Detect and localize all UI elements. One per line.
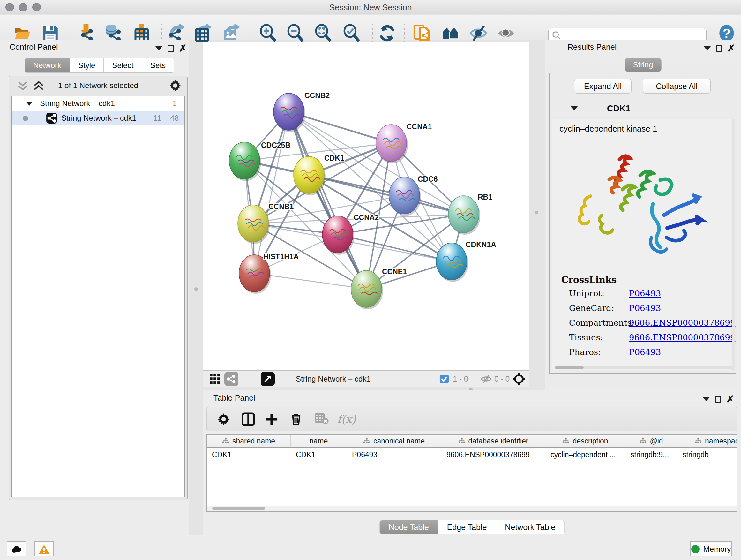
column-header-name[interactable]: name xyxy=(291,435,347,447)
results-hscrollbar[interactable] xyxy=(555,366,734,369)
detach-view-icon[interactable] xyxy=(261,372,275,386)
export-network-icon[interactable] xyxy=(167,24,185,42)
tab-style[interactable]: Style xyxy=(70,58,104,72)
table-cell[interactable]: stringdb xyxy=(677,448,737,462)
add-column-icon[interactable] xyxy=(265,413,279,426)
table-panel-float-icon[interactable] xyxy=(715,396,721,403)
network-collection-row[interactable]: String Network – cdk1 1 xyxy=(12,96,185,111)
save-session-icon[interactable] xyxy=(42,24,59,42)
collection-expand-icon[interactable] xyxy=(26,102,33,106)
network-canvas[interactable]: CCNB2CCNA1CDC25BCDK1CDC6RB1CCNB1CCNA2CDK… xyxy=(203,43,529,370)
table-cell[interactable]: stringdb:9... xyxy=(625,448,677,462)
copy-network-icon[interactable] xyxy=(413,24,431,42)
export-image-icon[interactable] xyxy=(222,24,240,42)
table-cell[interactable]: 9606.ENSP00000378699 xyxy=(441,448,545,462)
results-panel-menu-icon[interactable] xyxy=(704,46,711,51)
table-row[interactable]: CDK1CDK1P064939606.ENSP00000378699cyclin… xyxy=(207,448,737,462)
tab-sets[interactable]: Sets xyxy=(142,58,174,72)
tab-string[interactable]: String xyxy=(625,58,662,71)
delete-column-icon[interactable] xyxy=(289,413,303,426)
cloud-status-button[interactable] xyxy=(7,542,26,557)
table-options-gear-icon[interactable] xyxy=(217,413,230,426)
network-tree: String Network – cdk1 1 String Network –… xyxy=(11,96,185,497)
crosslink-link[interactable]: 9606.ENSP00000378699 xyxy=(629,333,735,342)
import-network-from-database-icon[interactable] xyxy=(104,24,122,42)
node-table[interactable]: shared namenamecanonical namedatabase id… xyxy=(206,434,737,512)
node-CCNB2[interactable] xyxy=(273,93,304,130)
zoom-out-icon[interactable] xyxy=(286,24,305,42)
table-tabs: Node TableEdge TableNetwork Table xyxy=(380,520,565,534)
table-hscrollbar[interactable] xyxy=(207,506,737,510)
zoom-selected-icon[interactable] xyxy=(343,24,360,42)
node-CDK1[interactable] xyxy=(293,157,324,193)
zoom-fit-icon[interactable] xyxy=(314,24,332,42)
network-row[interactable]: String Network – cdk1 11 48 xyxy=(12,111,185,125)
table-panel-close-icon[interactable]: ✗ xyxy=(726,395,734,404)
column-header-shared-name[interactable]: shared name xyxy=(207,435,291,447)
export-table-icon[interactable] xyxy=(194,24,212,42)
help-icon[interactable]: ? xyxy=(718,24,736,42)
table-cell[interactable]: cyclin–dependent ... xyxy=(545,448,625,462)
import-network-icon[interactable] xyxy=(77,24,95,42)
table-cell[interactable]: CDK1 xyxy=(207,448,291,462)
results-panel-close-icon[interactable]: ✗ xyxy=(727,44,735,53)
control-panel-float-icon[interactable] xyxy=(167,45,174,52)
control-panel-close-icon[interactable]: ✗ xyxy=(179,44,187,53)
memory-button[interactable]: Memory xyxy=(690,542,732,557)
node-CDC25B[interactable] xyxy=(229,142,260,179)
edge-HIST1H1A-CCNE1[interactable] xyxy=(254,273,366,289)
node-CCNA1[interactable] xyxy=(376,125,407,162)
apply-layout-icon[interactable] xyxy=(378,24,396,42)
home-icon[interactable] xyxy=(442,24,460,42)
results-vscrollbar[interactable] xyxy=(732,119,735,370)
network-view-icon[interactable] xyxy=(224,372,239,386)
expand-all-button[interactable]: Expand All xyxy=(574,79,631,94)
results-panel-float-icon[interactable] xyxy=(716,45,722,52)
crosslink-link[interactable]: P06493 xyxy=(629,348,661,357)
collapse-all-button[interactable]: Collapse All xyxy=(643,79,711,94)
grid-view-icon[interactable] xyxy=(209,373,221,385)
column-header--id[interactable]: @id xyxy=(625,435,677,447)
column-header-description[interactable]: description xyxy=(545,435,625,447)
tab-network-table[interactable]: Network Table xyxy=(496,520,564,534)
search-input[interactable] xyxy=(563,29,704,41)
selected-checkbox-icon[interactable] xyxy=(440,374,449,384)
network-options-gear-icon[interactable] xyxy=(169,79,182,92)
node-CCNE1[interactable] xyxy=(351,270,382,307)
tab-node-table[interactable]: Node Table xyxy=(380,520,438,534)
edge-CCNA2-CDKN1A[interactable] xyxy=(338,234,452,261)
open-session-icon[interactable] xyxy=(13,24,31,42)
crosslink-link[interactable]: 9606.ENSP00000378699 xyxy=(629,318,735,327)
zoom-in-icon[interactable] xyxy=(259,24,277,42)
column-header-canonical-name[interactable]: canonical name xyxy=(347,435,441,447)
network-graph[interactable]: CCNB2CCNA1CDC25BCDK1CDC6RB1CCNB1CCNA2CDK… xyxy=(203,43,529,370)
control-panel-menu-icon[interactable] xyxy=(155,46,162,51)
show-all-eye-icon[interactable] xyxy=(497,24,515,42)
node-CDC6[interactable] xyxy=(389,177,420,214)
tab-select[interactable]: Select xyxy=(104,58,142,72)
tab-network[interactable]: Network xyxy=(25,58,70,72)
table-cell[interactable]: P06493 xyxy=(347,448,441,462)
edge-CCNB2-CCNE1[interactable] xyxy=(289,112,366,289)
gene-entry-header[interactable]: CDK1 xyxy=(549,99,736,119)
show-columns-icon[interactable] xyxy=(241,412,255,426)
splitter-handle[interactable] xyxy=(194,287,198,291)
warning-status-button[interactable] xyxy=(34,542,54,557)
table-panel-menu-icon[interactable] xyxy=(703,397,710,401)
birds-eye-icon[interactable] xyxy=(512,372,526,386)
import-table-icon[interactable] xyxy=(133,24,151,42)
tab-edge-table[interactable]: Edge Table xyxy=(438,520,496,534)
crosslink-link[interactable]: P06493 xyxy=(629,303,661,313)
node-CDKN1A[interactable] xyxy=(436,243,467,280)
column-header-namespace[interactable]: namespace xyxy=(677,435,737,447)
node-CCNA2[interactable] xyxy=(322,216,353,253)
edge-CCNB2-HIST1H1A[interactable] xyxy=(254,112,289,273)
node-RB1[interactable] xyxy=(448,196,479,233)
node-CCNB1[interactable] xyxy=(238,205,268,242)
crosslink-link[interactable]: P06493 xyxy=(629,289,661,298)
gene-collapse-icon[interactable] xyxy=(570,106,578,111)
splitter-handle[interactable] xyxy=(535,211,538,214)
table-cell[interactable]: CDK1 xyxy=(291,448,347,462)
column-header-database-identifier[interactable]: database identifier xyxy=(441,435,545,447)
hide-selected-eye-icon[interactable] xyxy=(469,24,487,42)
